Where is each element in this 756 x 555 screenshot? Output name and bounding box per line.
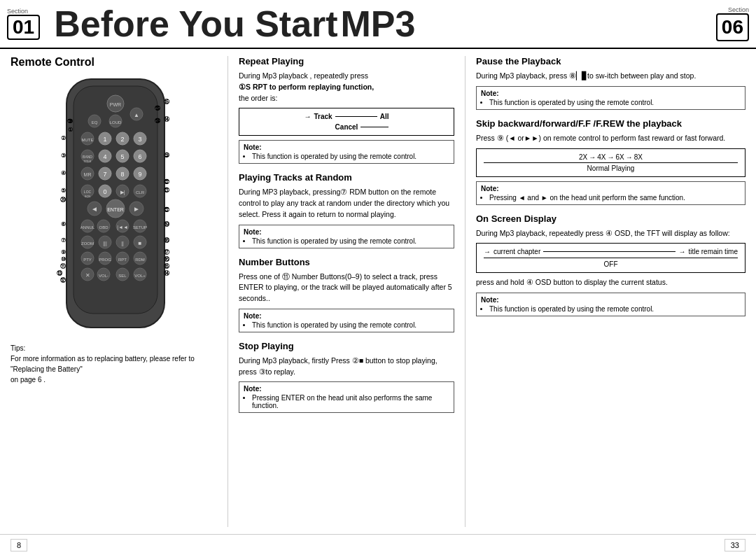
osd-body2: press and hold ④ OSD button to display t… [476, 277, 746, 288]
svg-text:①: ① [68, 127, 73, 133]
section-right: Section 06 [716, 7, 749, 41]
svg-text:⑳: ⑳ [60, 197, 66, 203]
svg-text:1: 1 [103, 136, 106, 143]
tips-line1: Tips: [10, 344, 25, 352]
svg-text:⑬: ⑬ [57, 270, 63, 276]
osd-diagram: → current chapter → title remain time OF… [476, 243, 746, 273]
svg-text:⑯: ⑯ [164, 256, 170, 262]
svg-text:OBD: OBD [99, 225, 108, 230]
number-note-title: Note: [244, 312, 449, 320]
svg-text:2: 2 [120, 136, 124, 143]
flow-track-arrow: → [304, 113, 312, 120]
svg-text:⑨: ⑨ [61, 249, 66, 255]
svg-text:②: ② [61, 135, 66, 141]
svg-text:⑱: ⑱ [164, 237, 170, 244]
number-note: Note: This function is operated by using… [239, 309, 454, 332]
right-column: Pause the Playback During Mp3 playback, … [465, 56, 746, 527]
svg-text:■: ■ [139, 240, 142, 246]
svg-text:⑫: ⑫ [60, 277, 66, 283]
repeat-note-body: This function is operated by using the r… [252, 153, 449, 160]
speed-diagram: 2X → 4X → 6X → 8X Normal Playing [476, 148, 746, 177]
svg-text:④: ④ [61, 170, 66, 176]
svg-text:ENTER: ENTER [107, 207, 124, 212]
svg-text:LOUD: LOUD [110, 120, 122, 125]
osd-current: current chapter [493, 248, 540, 255]
svg-text:⑥: ⑥ [61, 221, 66, 227]
osd-title: On Screen Display [476, 213, 746, 224]
svg-text:▲: ▲ [134, 112, 139, 118]
repeat-note: Note: This function is operated by using… [239, 140, 454, 164]
page-footer: 8 33 [0, 534, 756, 555]
flow-track: Track [314, 113, 332, 120]
svg-text:VOL-: VOL- [99, 274, 108, 278]
random-note-title: Note: [244, 228, 449, 236]
main-content: Remote Control PWR EQ LOUD ▲ MUTE [0, 49, 756, 534]
section-label-right: Section [728, 7, 749, 13]
repeat-body: During Mp3 playback , repeatedly press ①… [239, 71, 454, 104]
svg-text:㉔: ㉔ [155, 118, 161, 125]
section-number-right: 06 [716, 13, 749, 41]
skip-note: Note: Pressing ◄ and ► on the head unit … [476, 181, 746, 205]
svg-text:✕: ✕ [85, 272, 90, 279]
section-label-left: Section [7, 8, 28, 15]
stop-body: During Mp3 playback, firstly Press ②■ bu… [239, 356, 454, 378]
svg-text:BAND: BAND [83, 155, 92, 159]
skip-title: Skip backward/forward/F.F /F.REW the pla… [476, 118, 746, 129]
svg-text:⑦: ⑦ [61, 237, 66, 244]
pause-note-body: This function is operated by using the r… [489, 99, 741, 106]
svg-text:SEL: SEL [118, 274, 127, 278]
pause-title: Pause the Playback [476, 56, 746, 66]
random-body: During MP3 playback, pressing⑦ RDM butto… [239, 187, 454, 220]
random-note: Note: This function is operated by using… [239, 225, 454, 248]
svg-text:RDM: RDM [135, 258, 145, 262]
tips-text: Tips: For more information as to replaci… [10, 343, 227, 385]
svg-text:SETUP: SETUP [133, 225, 147, 230]
svg-text:⑭: ⑭ [164, 116, 170, 122]
random-title: Playing Tracks at Random [239, 172, 454, 183]
svg-text:㉕: ㉕ [155, 105, 161, 112]
svg-text:⑩: ⑩ [61, 256, 66, 262]
number-title: Number Buttons [239, 257, 454, 267]
remote-control-heading: Remote Control [10, 56, 227, 69]
mp3-title: MP3 [341, 3, 416, 45]
svg-text:㉑: ㉑ [164, 187, 170, 194]
svg-text:EQ: EQ [92, 120, 98, 125]
svg-text:⑰: ⑰ [164, 249, 170, 255]
flow-all: All [380, 113, 389, 120]
svg-text:ANNUL: ANNUL [80, 225, 95, 230]
stop-title: Stop Playing [239, 341, 454, 351]
svg-text:VOL+: VOL+ [134, 274, 146, 278]
stop-note: Note: Pressing ENTER on the head unit al… [239, 381, 454, 413]
osd-note: Note: This function is operated by using… [476, 293, 746, 316]
svg-text:||: || [121, 241, 124, 246]
svg-text:ZOOM: ZOOM [81, 241, 94, 246]
osd-off: OFF [604, 260, 618, 268]
pause-note-title: Note: [481, 90, 741, 97]
page-number-left: 8 [10, 539, 27, 552]
svg-text:CLR: CLR [136, 190, 145, 195]
svg-text:|◄◄: |◄◄ [117, 225, 128, 230]
svg-text:►: ► [133, 205, 140, 213]
svg-text:LOC: LOC [84, 190, 92, 194]
svg-text:PTY: PTY [83, 258, 92, 262]
page-header: Section 01 Before You Start MP3 Section … [0, 0, 756, 49]
svg-text:㉒: ㉒ [164, 178, 170, 185]
svg-text:TITLE: TITLE [84, 160, 92, 163]
section-number-left: 01 [7, 15, 40, 40]
remote-control-image: PWR EQ LOUD ▲ MUTE 1 2 3 BAND [49, 76, 189, 336]
svg-text:⑲: ⑲ [164, 221, 170, 227]
left-column: Remote Control PWR EQ LOUD ▲ MUTE [10, 56, 227, 527]
svg-text:PROG: PROG [99, 258, 111, 262]
svg-text:4: 4 [103, 153, 106, 160]
svg-text:MR: MR [84, 172, 92, 177]
svg-text:㉓: ㉓ [164, 152, 170, 159]
svg-text:⑮: ⑮ [164, 263, 170, 269]
svg-text:⑪: ⑪ [60, 263, 66, 269]
stop-note-title: Note: [244, 385, 449, 393]
pause-body: During Mp3 playback, press ⑧▏▊to sw-itch… [476, 71, 746, 82]
skip-body: Press ⑨ (◄ or►►) on remote control to pe… [476, 133, 746, 144]
middle-column: Repeat Playing During Mp3 playback , rep… [227, 56, 465, 527]
svg-text:SCN: SCN [85, 195, 91, 198]
svg-text:⑤: ⑤ [61, 188, 66, 194]
number-note-body: This function is operated by using the r… [252, 321, 449, 329]
